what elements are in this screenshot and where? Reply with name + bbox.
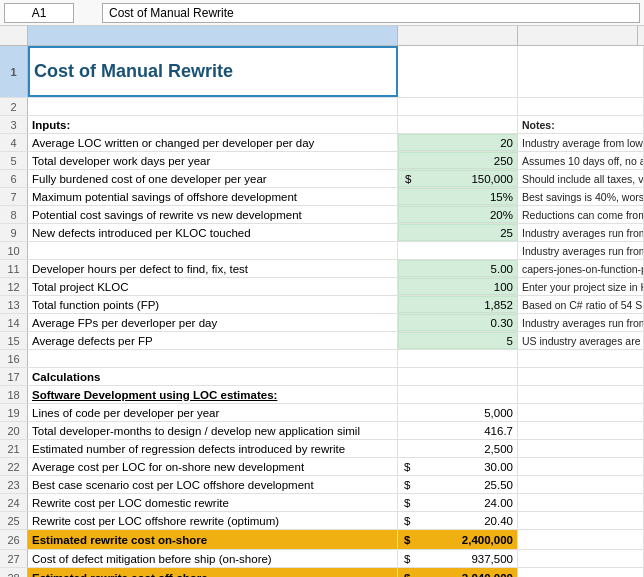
spreadsheet: 1Cost of Manual Rewrite23Inputs:Notes:4A… [0,26,644,577]
cell-a-17[interactable]: Calculations [28,368,398,385]
dollar-sign: $ [402,461,410,473]
cell-c-13: Based on C# ratio of 54 SLOC per [518,296,644,313]
cell-b-6[interactable]: $150,000 [398,170,518,187]
cell-a-24[interactable]: Rewrite cost per LOC domestic rewrite [28,494,398,511]
cell-a-18[interactable]: Software Development using LOC estimates… [28,386,398,403]
cell-b-8[interactable]: 20% [398,206,518,223]
cell-b-2[interactable] [398,98,518,115]
table-row: 9New defects introduced per KLOC touched… [0,224,644,242]
cell-a-12[interactable]: Total project KLOC [28,278,398,295]
row-number: 4 [0,134,28,151]
cell-b-1[interactable] [398,46,518,97]
table-row: 21Estimated number of regression defects… [0,440,644,458]
cell-value: 20.40 [484,515,513,527]
column-headers [0,26,644,46]
cell-b-14[interactable]: 0.30 [398,314,518,331]
cell-a-14[interactable]: Average FPs per deverloper per day [28,314,398,331]
cell-a-27[interactable]: Cost of defect mitigation before ship (o… [28,550,398,567]
table-row: 1Cost of Manual Rewrite [0,46,644,98]
row-number: 5 [0,152,28,169]
cell-c-21 [518,440,644,457]
formula-bar [0,0,644,26]
cell-a-8[interactable]: Potential cost savings of rewrite vs new… [28,206,398,223]
cell-b-3[interactable] [398,116,518,133]
cell-b-12[interactable]: 100 [398,278,518,295]
row-number: 24 [0,494,28,511]
cell-b-15[interactable]: 5 [398,332,518,349]
col-header-a[interactable] [28,26,398,45]
cell-a-6[interactable]: Fully burdened cost of one developer per… [28,170,398,187]
cell-c-3: Notes: [518,116,644,133]
row-number: 26 [0,530,28,549]
cell-a-20[interactable]: Total developer-months to design / devel… [28,422,398,439]
cell-a-3[interactable]: Inputs: [28,116,398,133]
cell-a-1[interactable]: Cost of Manual Rewrite [28,46,398,97]
table-row: 8Potential cost savings of rewrite vs ne… [0,206,644,224]
table-row: 11Developer hours per defect to find, fi… [0,260,644,278]
cell-a-13[interactable]: Total function points (FP) [28,296,398,313]
table-row: 14Average FPs per deverloper per day0.30… [0,314,644,332]
cell-b-13[interactable]: 1,852 [398,296,518,313]
row-number: 2 [0,98,28,115]
cell-c-1 [518,46,644,97]
cell-a-22[interactable]: Average cost per LOC for on-shore new de… [28,458,398,475]
col-header-c[interactable] [518,26,638,45]
cell-a-5[interactable]: Total developer work days per year [28,152,398,169]
cell-a-25[interactable]: Rewrite cost per LOC offshore rewrite (o… [28,512,398,529]
cell-c-19 [518,404,644,421]
cell-b-19[interactable]: 5,000 [398,404,518,421]
cell-a-9[interactable]: New defects introduced per KLOC touched [28,224,398,241]
cell-b-22[interactable]: $30.00 [398,458,518,475]
row-number: 18 [0,386,28,403]
cell-a-19[interactable]: Lines of code per developer per year [28,404,398,421]
cell-a-7[interactable]: Maximum potential savings of offshore de… [28,188,398,205]
cell-b-17[interactable] [398,368,518,385]
cell-c-6: Should include all taxes, vacation, [518,170,644,187]
cell-value: 25.50 [484,479,513,491]
cell-b-10[interactable] [398,242,518,259]
cell-c-17 [518,368,644,385]
cell-b-21[interactable]: 2,500 [398,440,518,457]
cell-b-7[interactable]: 15% [398,188,518,205]
cell-b-28[interactable]: $2,040,000 [398,568,518,577]
cell-b-5[interactable]: 250 [398,152,518,169]
cell-value: 2,400,000 [462,534,513,546]
row-number: 8 [0,206,28,223]
cell-a-2[interactable] [28,98,398,115]
table-row: 19Lines of code per developer per year5,… [0,404,644,422]
cell-b-23[interactable]: $25.50 [398,476,518,493]
cell-b-20[interactable]: 416.7 [398,422,518,439]
cell-a-28[interactable]: Estimated rewrite cost off-shore [28,568,398,577]
cell-reference-box[interactable] [4,3,74,23]
cell-c-27 [518,550,644,567]
cell-a-11[interactable]: Developer hours per defect to find, fix,… [28,260,398,277]
cell-a-21[interactable]: Estimated number of regression defects i… [28,440,398,457]
formula-input[interactable] [102,3,640,23]
cell-a-10[interactable] [28,242,398,259]
cell-b-26[interactable]: $2,400,000 [398,530,518,549]
table-row: 23Best case scenario cost per LOC offsho… [0,476,644,494]
cell-a-26[interactable]: Estimated rewrite cost on-shore [28,530,398,549]
row-number: 10 [0,242,28,259]
cell-a-16[interactable] [28,350,398,367]
cell-b-11[interactable]: 5.00 [398,260,518,277]
cell-a-15[interactable]: Average defects per FP [28,332,398,349]
cell-b-4[interactable]: 20 [398,134,518,151]
row-number: 15 [0,332,28,349]
table-row: 6Fully burdened cost of one developer pe… [0,170,644,188]
cell-b-27[interactable]: $937,500 [398,550,518,567]
cell-c-26 [518,530,644,549]
cell-b-9[interactable]: 25 [398,224,518,241]
table-row: 4Average LOC written or changed per deve… [0,134,644,152]
row-number: 23 [0,476,28,493]
cell-b-24[interactable]: $24.00 [398,494,518,511]
cell-b-25[interactable]: $20.40 [398,512,518,529]
cell-value: 937,500 [471,553,513,565]
cell-b-18[interactable] [398,386,518,403]
cell-b-16[interactable] [398,350,518,367]
cell-a-4[interactable]: Average LOC written or changed per devel… [28,134,398,151]
col-header-b[interactable] [398,26,518,45]
cell-a-23[interactable]: Best case scenario cost per LOC offshore… [28,476,398,493]
row-number: 20 [0,422,28,439]
row-number: 19 [0,404,28,421]
